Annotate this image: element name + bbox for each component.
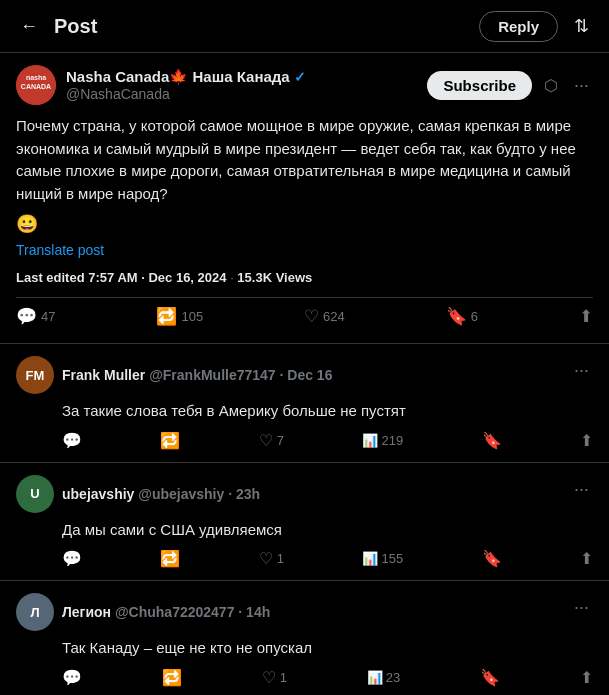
comment-like-action[interactable]: ♡ 1 xyxy=(262,668,287,687)
share-icon: ⬆ xyxy=(580,549,593,568)
comments-container: FM Frank Muller @FrankMulle77147 · Dec 1… xyxy=(0,344,609,695)
post-text: Почему страна, у которой самое мощное в … xyxy=(16,115,593,205)
comment-like-count: 1 xyxy=(277,551,284,566)
comment-bookmark-action[interactable]: 🔖 xyxy=(482,431,502,450)
retweet-icon: 🔁 xyxy=(160,549,180,568)
author-name-row: Nasha Canada🍁 Наша Канада ✓ @NashaCanada xyxy=(66,68,306,102)
retweet-icon: 🔁 xyxy=(160,431,180,450)
comment-header: Л Легион @Chuha72202477 · 14h ··· xyxy=(16,593,593,631)
post-meta: Last edited 7:57 AM · Dec 16, 2024 · 15.… xyxy=(16,270,593,285)
comment-reply-action[interactable]: 💬 xyxy=(62,549,82,568)
translate-link[interactable]: Translate post xyxy=(16,242,104,258)
retweet-icon: 🔁 xyxy=(156,306,177,327)
reply-button[interactable]: Reply xyxy=(479,11,558,42)
comment-share-action[interactable]: ⬆ xyxy=(580,668,593,687)
comment-views: 📊 155 xyxy=(362,551,403,566)
comment-actions: 💬 🔁 ♡ 1 📊 23 🔖 ⬆ xyxy=(16,668,593,687)
svg-text:CANADA: CANADA xyxy=(21,83,51,90)
comment-author: FM Frank Muller @FrankMulle77147 · Dec 1… xyxy=(16,356,332,394)
comment-like-action[interactable]: ♡ 1 xyxy=(259,549,284,568)
verified-icon: ✓ xyxy=(294,69,306,85)
comment-more-button[interactable]: ··· xyxy=(570,475,593,504)
comment-share-action[interactable]: ⬆ xyxy=(580,549,593,568)
heart-icon: ♡ xyxy=(259,431,273,450)
comment-name: Легион @Chuha72202477 · 14h xyxy=(62,604,270,620)
comment-views-count: 155 xyxy=(381,551,403,566)
comment-bookmark-action[interactable]: 🔖 xyxy=(480,668,500,687)
comment: FM Frank Muller @FrankMulle77147 · Dec 1… xyxy=(0,344,609,463)
bookmark-action[interactable]: 🔖 6 xyxy=(446,306,478,327)
comment-more-button[interactable]: ··· xyxy=(570,356,593,385)
comment-text: Так Канаду – еще не кто не опускал xyxy=(16,637,593,660)
post-emoji: 😀 xyxy=(16,213,593,235)
edit-icon[interactable]: ⬡ xyxy=(540,72,562,99)
comment-like-count: 7 xyxy=(277,433,284,448)
author-handle: @NashaCanada xyxy=(66,86,306,102)
bookmark-count: 6 xyxy=(471,309,478,324)
subscribe-button[interactable]: Subscribe xyxy=(427,71,532,100)
retweet-action[interactable]: 🔁 105 xyxy=(156,306,203,327)
retweet-count: 105 xyxy=(181,309,203,324)
share-action[interactable]: ⬆ xyxy=(579,306,593,327)
comment-views-count: 219 xyxy=(381,433,403,448)
comment-header: FM Frank Muller @FrankMulle77147 · Dec 1… xyxy=(16,356,593,394)
comment-handle: @ubejavshiy · 23h xyxy=(138,486,260,502)
comment-actions: 💬 🔁 ♡ 7 📊 219 🔖 ⬆ xyxy=(16,431,593,450)
author-name: Nasha Canada🍁 Наша Канада ✓ xyxy=(66,68,306,86)
comment-handle: @Chuha72202477 · 14h xyxy=(115,604,270,620)
bookmark-icon: 🔖 xyxy=(482,549,502,568)
comment-more-button[interactable]: ··· xyxy=(570,593,593,622)
comment-retweet-action[interactable]: 🔁 xyxy=(160,549,180,568)
comment-icon: 💬 xyxy=(62,431,82,450)
comment-name-row: ubejavshiy @ubejavshiy · 23h xyxy=(62,486,260,502)
comment-share-action[interactable]: ⬆ xyxy=(580,431,593,450)
comment-text: За такие слова тебя в Америку больше не … xyxy=(16,400,593,423)
comment-text: Да мы сами с США удивляемся xyxy=(16,519,593,542)
like-count: 624 xyxy=(323,309,345,324)
comment-views: 📊 23 xyxy=(367,670,400,685)
more-options-button[interactable]: ··· xyxy=(570,71,593,100)
comment-reply-action[interactable]: 💬 xyxy=(62,431,82,450)
avatar: U xyxy=(16,475,54,513)
comment-count: 47 xyxy=(41,309,55,324)
views-bar-icon: 📊 xyxy=(367,670,383,685)
comment-views-count: 23 xyxy=(386,670,400,685)
comment-name: Frank Muller @FrankMulle77147 · Dec 16 xyxy=(62,367,332,383)
comment-icon: 💬 xyxy=(62,668,82,687)
comment-author: U ubejavshiy @ubejavshiy · 23h xyxy=(16,475,260,513)
comment-actions: 💬 🔁 ♡ 1 📊 155 🔖 ⬆ xyxy=(16,549,593,568)
retweet-icon: 🔁 xyxy=(162,668,182,687)
action-bar: 💬 47 🔁 105 ♡ 624 🔖 6 ⬆ xyxy=(16,297,593,331)
like-action[interactable]: ♡ 624 xyxy=(304,306,345,327)
post-author-row: nasha CANADA Nasha Canada🍁 Наша Канада ✓… xyxy=(16,65,593,105)
share-icon: ⬆ xyxy=(579,306,593,327)
bookmark-icon: 🔖 xyxy=(482,431,502,450)
bookmark-icon: 🔖 xyxy=(446,306,467,327)
heart-icon: ♡ xyxy=(259,549,273,568)
comment-like-count: 1 xyxy=(280,670,287,685)
comment: Л Легион @Chuha72202477 · 14h ··· Так Ка… xyxy=(0,581,609,695)
heart-icon: ♡ xyxy=(262,668,276,687)
author-actions: Subscribe ⬡ ··· xyxy=(427,71,593,100)
comment-action[interactable]: 💬 47 xyxy=(16,306,55,327)
settings-icon[interactable]: ⇅ xyxy=(570,11,593,41)
views-bar-icon: 📊 xyxy=(362,433,378,448)
svg-text:nasha: nasha xyxy=(26,74,46,81)
share-icon: ⬆ xyxy=(580,431,593,450)
back-button[interactable]: ← xyxy=(16,12,42,41)
views-bar-icon: 📊 xyxy=(362,551,378,566)
comment-icon: 💬 xyxy=(16,306,37,327)
comment-views: 📊 219 xyxy=(362,433,403,448)
heart-icon: ♡ xyxy=(304,306,319,327)
comment-like-action[interactable]: ♡ 7 xyxy=(259,431,284,450)
comment-retweet-action[interactable]: 🔁 xyxy=(160,431,180,450)
comment-bookmark-action[interactable]: 🔖 xyxy=(482,549,502,568)
header: ← Post Reply ⇅ xyxy=(0,0,609,53)
comment-retweet-action[interactable]: 🔁 xyxy=(162,668,182,687)
comment-name-row: Легион @Chuha72202477 · 14h xyxy=(62,604,270,620)
bookmark-icon: 🔖 xyxy=(480,668,500,687)
comment-reply-action[interactable]: 💬 xyxy=(62,668,82,687)
avatar: Л xyxy=(16,593,54,631)
comment-author: Л Легион @Chuha72202477 · 14h xyxy=(16,593,270,631)
comment-name: ubejavshiy @ubejavshiy · 23h xyxy=(62,486,260,502)
